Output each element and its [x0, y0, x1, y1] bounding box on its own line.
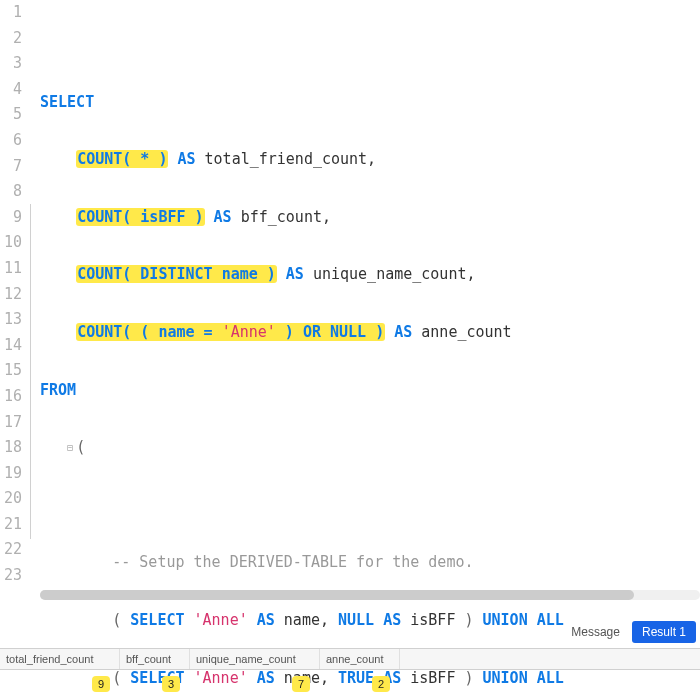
fold-icon[interactable]: ⊟ — [67, 435, 73, 461]
comment: -- Setup the DERIVED-TABLE for the demo. — [112, 553, 473, 571]
tab-result-1[interactable]: Result 1 — [632, 621, 696, 643]
count-isbff: COUNT( isBFF ) — [77, 208, 203, 226]
horizontal-scrollbar[interactable] — [40, 590, 700, 600]
result-tabs: Message Result 1 — [0, 620, 700, 644]
col-bff-count[interactable]: bff_count — [120, 649, 190, 669]
col-anne-count[interactable]: anne_count — [320, 649, 400, 669]
keyword-select: SELECT — [40, 93, 94, 111]
tab-message[interactable]: Message — [561, 621, 630, 643]
value-total-friend-count: 9 — [92, 676, 110, 692]
fold-guide — [30, 204, 31, 539]
value-unique-name-count: 7 — [292, 676, 310, 692]
scrollbar-thumb[interactable] — [40, 590, 634, 600]
results-row[interactable]: 9 3 7 2 — [0, 670, 700, 698]
keyword-from: FROM — [40, 381, 76, 399]
line-gutter: 123 456 789 101112 131415 161718 192021 … — [0, 0, 30, 700]
results-header: total_friend_count bff_count unique_name… — [0, 648, 700, 670]
value-bff-count: 3 — [162, 676, 180, 692]
col-unique-name-count[interactable]: unique_name_count — [190, 649, 320, 669]
count-star: COUNT( * ) — [77, 150, 167, 168]
value-anne-count: 2 — [372, 676, 390, 692]
col-total-friend-count[interactable]: total_friend_count — [0, 649, 120, 669]
results-panel: total_friend_count bff_count unique_name… — [0, 648, 700, 698]
